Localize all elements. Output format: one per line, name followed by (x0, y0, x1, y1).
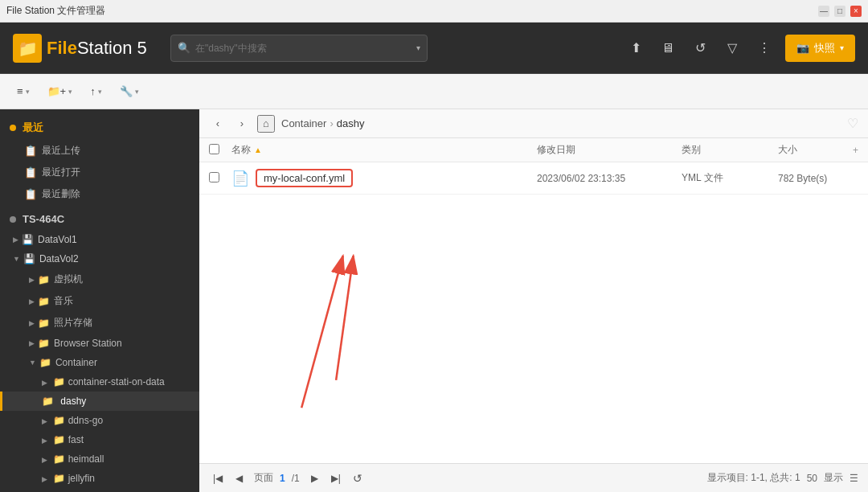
monitor-icon-btn[interactable]: 🖥 (657, 37, 679, 59)
upload-icon: ↑ (90, 85, 96, 97)
new-folder-arrow: ▾ (68, 88, 72, 96)
sidebar-item-recent-opened[interactable]: 📋 最近打开 (0, 162, 199, 183)
home-button[interactable]: ⌂ (257, 115, 275, 133)
sidebar: 最近 📋 最近上传 📋 最近打开 📋 最近删除 TS-464C ▶ 💾 (0, 109, 199, 492)
add-column-btn[interactable]: + (853, 145, 858, 156)
search-dropdown-button[interactable]: ▾ (416, 43, 420, 52)
title-bar-text: File Station 文件管理器 (6, 4, 818, 18)
container-folder-icon: 📁 (39, 357, 51, 368)
ddns-folder-icon: 📁 (53, 415, 65, 426)
name-col-header[interactable]: 名称 ▲ (231, 143, 537, 157)
fast-folder-icon: 📁 (53, 434, 65, 445)
device-dot (10, 216, 16, 223)
sidebar-browser-station[interactable]: ▶ 📁 Browser Station (0, 334, 199, 353)
path-separator: › (330, 117, 333, 129)
type-col-header[interactable]: 类别 (682, 143, 778, 157)
date-col-header[interactable]: 修改日期 (537, 143, 682, 157)
new-folder-button[interactable]: 📁+ ▾ (40, 81, 80, 101)
music-chevron: ▶ (29, 297, 35, 305)
photos-chevron: ▶ (29, 319, 35, 327)
sidebar-music[interactable]: ▶ 📁 音乐 (0, 290, 199, 312)
file-type-icon: 📄 (231, 170, 249, 187)
sidebar-recent-header[interactable]: 最近 (0, 116, 199, 140)
sidebar-device-header[interactable]: TS-464C (0, 208, 199, 230)
file-select-checkbox[interactable] (209, 172, 219, 182)
table-row[interactable]: 📄 my-local-conf.yml 2023/06/02 23:13:35 … (199, 162, 868, 195)
path-bar: ‹ › ⌂ Container › dashy ♡ (199, 109, 868, 138)
sidebar-datavol1[interactable]: ▶ 💾 DataVol1 (0, 230, 199, 249)
datavol2-folder-icon: 💾 (23, 253, 35, 264)
sidebar-container-group[interactable]: ▼ 📁 Container (0, 353, 199, 372)
search-input[interactable] (195, 43, 411, 54)
sidebar-librespeed[interactable]: ▶ 📁 LibreSpeed (0, 488, 199, 492)
file-type-text: YML 文件 (682, 171, 778, 185)
close-button[interactable]: × (850, 6, 862, 17)
display-more[interactable]: ☰ (850, 473, 858, 484)
snapshot-button[interactable]: 📷 快照 ▾ (785, 35, 855, 62)
logo-file: File (47, 38, 77, 58)
file-date: 2023/06/02 23:13:35 (537, 173, 682, 184)
new-folder-icon: 📁+ (47, 85, 67, 97)
breadcrumb-container[interactable]: Container (281, 117, 326, 129)
last-page-btn[interactable]: ▶| (327, 469, 345, 487)
view-arrow: ▾ (26, 88, 30, 96)
sidebar-datavol2[interactable]: ▼ 💾 DataVol2 (0, 249, 199, 269)
sidebar-photos[interactable]: ▶ 📁 照片存储 (0, 312, 199, 334)
uploaded-icon: 📋 (24, 145, 37, 157)
main-content: ‹ › ⌂ Container › dashy ♡ 名称 ▲ (199, 109, 868, 492)
forward-button[interactable]: › (233, 115, 251, 133)
breadcrumb-dashy[interactable]: dashy (337, 117, 365, 129)
sidebar-ddns-go[interactable]: ▶ 📁 ddns-go (0, 411, 199, 430)
sidebar-item-recent-uploaded[interactable]: 📋 最近上传 (0, 140, 199, 162)
size-col-header[interactable]: 大小 + (778, 143, 858, 157)
search-icon: 🔍 (178, 42, 190, 54)
sidebar-item-recent-deleted[interactable]: 📋 最近删除 (0, 183, 199, 205)
first-page-btn[interactable]: |◀ (209, 469, 227, 487)
photos-folder-icon: 📁 (38, 318, 50, 329)
back-button[interactable]: ‹ (209, 115, 227, 133)
file-name-text: my-local-conf.yml (256, 169, 353, 187)
maximize-button[interactable]: □ (834, 6, 845, 17)
snapshot-camera-icon: 📷 (796, 42, 809, 54)
status-bar: |◀ ◀ 页面 1 /1 ▶ ▶| ↺ 显示项目: 1-1, 总共: 1 50 … (199, 463, 868, 492)
body: 最近 📋 最近上传 📋 最近打开 📋 最近删除 TS-464C ▶ 💾 (0, 109, 868, 492)
sidebar-fast[interactable]: ▶ 📁 fast (0, 430, 199, 449)
next-page-btn[interactable]: ▶ (306, 469, 324, 487)
jellyfin-chevron: ▶ (42, 475, 47, 483)
refresh-btn[interactable]: ↺ (353, 472, 362, 485)
more-icon-btn[interactable]: ⋮ (753, 37, 776, 59)
check-all-checkbox[interactable] (209, 144, 219, 154)
view-button[interactable]: ≡ ▾ (10, 81, 37, 101)
sidebar-container-data[interactable]: ▶ 📁 container-stati-on-data (0, 372, 199, 392)
filter-icon-btn[interactable]: ▽ (721, 37, 743, 59)
dashy-folder-icon: 📁 (42, 396, 54, 407)
file-name-cell: 📄 my-local-conf.yml (231, 169, 537, 187)
sidebar-dashy[interactable]: 📁 dashy (0, 392, 199, 411)
minimize-button[interactable]: — (818, 6, 829, 17)
sidebar-vm[interactable]: ▶ 📁 虚拟机 (0, 269, 199, 290)
prev-page-btn[interactable]: ◀ (230, 469, 248, 487)
tools-button[interactable]: 🔧 ▾ (113, 81, 146, 101)
page-number: 1 (280, 473, 285, 484)
page-label: 页面 (254, 471, 273, 485)
header-actions: ⬆ 🖥 ↺ ▽ ⋮ 📷 快照 ▾ (624, 35, 855, 62)
header: 📁 FileStation 5 🔍 ▾ ⬆ 🖥 ↺ ▽ ⋮ 📷 快照 ▾ (0, 23, 868, 74)
display-num: 50 (807, 473, 817, 484)
status-right: 显示项目: 1-1, 总共: 1 50 显示 ☰ (707, 471, 858, 485)
title-bar: File Station 文件管理器 — □ × (0, 0, 868, 23)
search-bar[interactable]: 🔍 ▾ (170, 35, 428, 62)
upload-icon-btn[interactable]: ⬆ (624, 37, 647, 59)
pagination: |◀ ◀ 页面 1 /1 ▶ ▶| ↺ (209, 469, 362, 487)
file-checkbox[interactable] (209, 172, 231, 185)
sort-arrow: ▲ (254, 146, 262, 154)
upload-button[interactable]: ↑ ▾ (83, 81, 109, 101)
sidebar-heimdall[interactable]: ▶ 📁 heimdall (0, 449, 199, 469)
refresh-icon-btn[interactable]: ↺ (689, 37, 711, 59)
logo-text: FileStation 5 (47, 38, 147, 59)
tools-arrow: ▾ (135, 88, 139, 96)
app-container: 📁 FileStation 5 🔍 ▾ ⬆ 🖥 ↺ ▽ ⋮ 📷 快照 ▾ ≡ (0, 23, 868, 492)
sidebar-jellyfin[interactable]: ▶ 📁 jellyfin (0, 469, 199, 488)
logo-station: Station (77, 38, 133, 58)
datavol2-chevron: ▼ (13, 255, 20, 263)
favorite-button[interactable]: ♡ (847, 116, 858, 131)
